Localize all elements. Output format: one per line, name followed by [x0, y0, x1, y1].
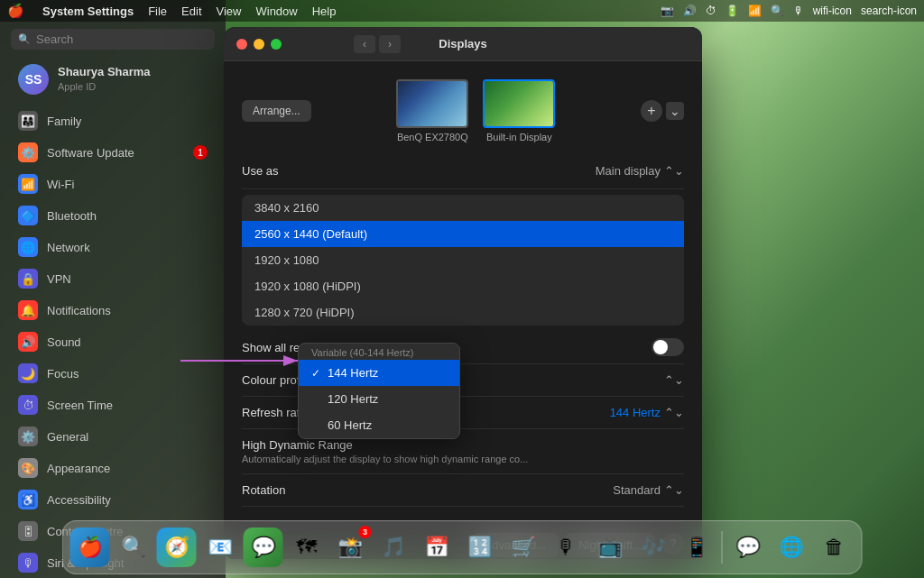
use-as-value-text: Main display	[596, 164, 661, 178]
sidebar-search-bar[interactable]: 🔍	[11, 29, 215, 50]
refresh-rate-value-text: 144 Hertz	[610, 406, 661, 419]
sidebar-label-network: Network	[47, 241, 90, 254]
sidebar-item-family[interactable]: 👨‍👩‍👧 Family	[5, 106, 220, 136]
dock-appstore[interactable]: 🛒	[504, 528, 543, 567]
search-icon: 🔍	[18, 33, 31, 45]
dock-calendar[interactable]: 📅	[417, 528, 457, 567]
sidebar-item-notifications[interactable]: 🔔 Notifications	[5, 295, 220, 326]
search-input[interactable]	[36, 32, 208, 46]
nav-forward-button[interactable]: ›	[379, 35, 401, 53]
help-menu[interactable]: Help	[312, 5, 337, 18]
general-icon: ⚙️	[18, 427, 38, 446]
dock-calculator[interactable]: 🔢	[460, 528, 500, 567]
bluetooth-icon: 🔷	[18, 206, 38, 225]
display-chevron-button[interactable]: ⌄	[666, 102, 684, 120]
sidebar-label-notifications: Notifications	[47, 304, 111, 317]
camera-menu-icon: 📷	[661, 5, 674, 17]
toggle-thumb	[653, 340, 668, 354]
sidebar-item-software-update[interactable]: ⚙️ Software Update 1	[5, 137, 220, 168]
maximize-button[interactable]	[271, 39, 282, 50]
search-menu-icon[interactable]: 🔍	[771, 5, 784, 17]
dock-podcasts[interactable]: 🎙	[547, 528, 587, 567]
dock-maps[interactable]: 🗺	[287, 528, 327, 567]
sidebar-item-wifi[interactable]: 📶 Wi-Fi	[5, 169, 220, 199]
rotation-value[interactable]: Standard ⌃⌄	[613, 483, 684, 497]
sidebar-label-general: General	[47, 430, 88, 444]
software-update-icon: ⚙️	[18, 142, 38, 162]
res-item-1[interactable]: 2560 x 1440 (Default)	[242, 221, 684, 247]
dock-trash[interactable]: 🗑	[815, 528, 855, 567]
dock-photos[interactable]: 📸 3	[330, 528, 370, 567]
sidebar-label-focus: Focus	[47, 367, 79, 381]
dropdown-label-60: 60 Hertz	[328, 418, 372, 432]
dock-spotify[interactable]: 🎶	[633, 528, 673, 567]
sidebar-label-accessibility: Accessibility	[47, 493, 111, 507]
display-thumb-benq[interactable]: BenQ EX2780Q	[396, 79, 468, 142]
sidebar-label-software-update: Software Update	[47, 146, 134, 160]
colour-profile-chevron: ⌃⌄	[664, 373, 684, 387]
arrow-annotation	[180, 350, 307, 376]
user-apple-id: Apple ID	[58, 80, 151, 93]
nav-back-button[interactable]: ‹	[354, 35, 375, 53]
sidebar-item-bluetooth[interactable]: 🔷 Bluetooth	[5, 200, 220, 231]
show-all-toggle[interactable]	[651, 338, 684, 356]
window-titlebar: ‹ › Displays	[224, 27, 702, 61]
sidebar-item-appearance[interactable]: 🎨 Appearance	[5, 453, 220, 483]
dock-launchpad[interactable]: 🔍	[114, 528, 153, 567]
display-thumb-builtin[interactable]: Built-in Display	[483, 79, 555, 142]
dock-facetime[interactable]: 📱	[677, 528, 716, 567]
dock-mail[interactable]: 📧	[200, 528, 240, 567]
dock-slack[interactable]: 💬	[728, 528, 768, 567]
benq-label: BenQ EX2780Q	[396, 132, 468, 142]
window-nav: ‹ ›	[354, 35, 401, 53]
dock-safari[interactable]: 🧭	[157, 528, 197, 567]
use-as-row: Use as Main display ⌃⌄	[242, 157, 684, 189]
sidebar-item-general[interactable]: ⚙️ General	[5, 421, 220, 452]
screen-time-icon: ⏱	[18, 395, 38, 415]
refresh-rate-value[interactable]: 144 Hertz ⌃⌄	[610, 406, 684, 419]
dropdown-label-120: 120 Hertz	[328, 392, 378, 406]
sidebar-item-vpn[interactable]: 🔒 VPN	[5, 263, 220, 294]
view-menu[interactable]: View	[217, 5, 242, 18]
sidebar-label-wifi: Wi-Fi	[47, 178, 74, 191]
network-icon: 🌐	[18, 237, 38, 257]
dock-music[interactable]: 🎵	[374, 528, 413, 567]
apple-menu[interactable]: 🍎	[7, 3, 24, 19]
dock-appletv[interactable]: 📺	[590, 528, 630, 567]
sidebar-user-profile[interactable]: SS Shaurya Sharma Apple ID	[5, 57, 220, 102]
res-item-2[interactable]: 1920 x 1080	[242, 247, 684, 273]
use-as-value[interactable]: Main display ⌃⌄	[596, 164, 684, 178]
sidebar-label-appearance: Appearance	[47, 462, 110, 475]
software-update-badge: 1	[193, 145, 208, 160]
dropdown-item-144[interactable]: ✓ 144 Hertz	[299, 360, 459, 386]
add-display-button[interactable]: +	[641, 100, 662, 122]
close-button[interactable]	[236, 39, 247, 50]
arrange-button[interactable]: Arrange...	[242, 100, 311, 122]
dropdown-item-60[interactable]: ✓ 60 Hertz	[299, 412, 459, 438]
control-centre-icon: 🎛	[18, 521, 38, 541]
app-name-menu[interactable]: System Settings	[42, 5, 134, 18]
volume-menu-icon[interactable]: 🔊	[683, 5, 697, 17]
benq-screen	[396, 79, 468, 128]
dropdown-item-120[interactable]: ✓ 120 Hertz	[299, 386, 459, 412]
res-item-3[interactable]: 1920 x 1080 (HiDPI)	[242, 273, 684, 299]
wifi-menu-icon[interactable]: 📶	[748, 5, 762, 17]
res-item-0[interactable]: 3840 x 2160	[242, 195, 684, 221]
display-thumbnails: BenQ EX2780Q Built-in Display	[396, 79, 555, 142]
sidebar: 🔍 SS Shaurya Sharma Apple ID 👨‍👩‍👧 Famil…	[0, 0, 226, 578]
dock-finder[interactable]: 🍎	[70, 528, 110, 567]
dock-messages[interactable]: 💬	[244, 528, 283, 567]
colour-profile-value[interactable]: ⌃⌄	[661, 373, 684, 387]
sidebar-item-screen-time[interactable]: ⏱ Screen Time	[5, 390, 220, 420]
res-item-4[interactable]: 1280 x 720 (HiDPI)	[242, 299, 684, 326]
dock-chrome[interactable]: 🌐	[772, 528, 811, 567]
siri-menu-icon[interactable]: 🎙	[793, 5, 804, 17]
sidebar-item-accessibility[interactable]: ♿ Accessibility	[5, 484, 220, 515]
edit-menu[interactable]: Edit	[181, 5, 201, 18]
file-menu[interactable]: File	[148, 5, 167, 18]
minimize-button[interactable]	[254, 39, 264, 50]
window-menu[interactable]: Window	[255, 5, 297, 18]
sidebar-item-network[interactable]: 🌐 Network	[5, 232, 220, 262]
sound-icon: 🔊	[18, 332, 38, 352]
refresh-rate-dropdown: Variable (40-144 Hertz) ✓ 144 Hertz ✓ 12…	[298, 343, 460, 439]
